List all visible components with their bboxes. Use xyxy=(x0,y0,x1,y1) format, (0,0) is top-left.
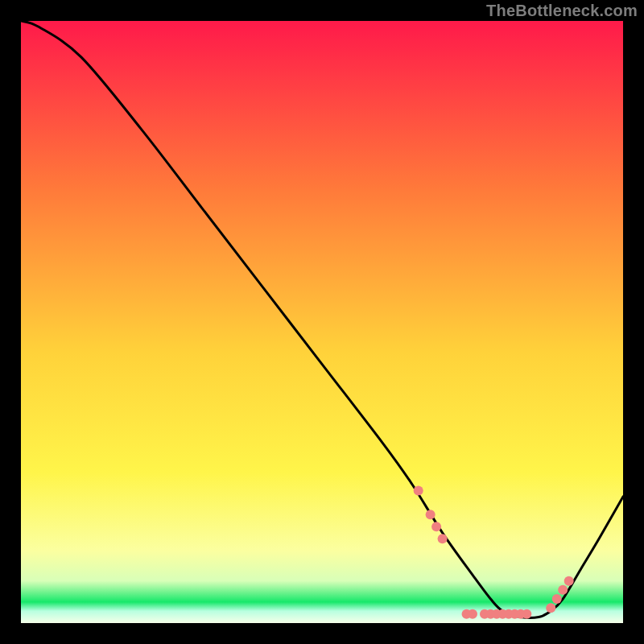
curve-marker-dot xyxy=(426,510,436,519)
bottleneck-curve xyxy=(21,21,623,617)
chart-curve-layer xyxy=(21,21,623,623)
chart-plot-area xyxy=(21,21,623,623)
curve-path xyxy=(21,21,623,617)
chart-frame: TheBottleneck.com xyxy=(0,0,644,644)
curve-marker-dot xyxy=(431,522,441,531)
curve-marker-dot xyxy=(564,576,574,586)
watermark-text: TheBottleneck.com xyxy=(486,2,638,20)
curve-marker-dot xyxy=(414,485,423,495)
curve-marker-dot xyxy=(522,609,531,619)
curve-marker-dot xyxy=(438,534,448,543)
curve-marker-dot xyxy=(546,603,555,613)
curve-marker-dot xyxy=(552,594,562,604)
curve-markers xyxy=(414,485,574,618)
curve-marker-dot xyxy=(468,609,477,619)
curve-marker-dot xyxy=(558,585,568,595)
